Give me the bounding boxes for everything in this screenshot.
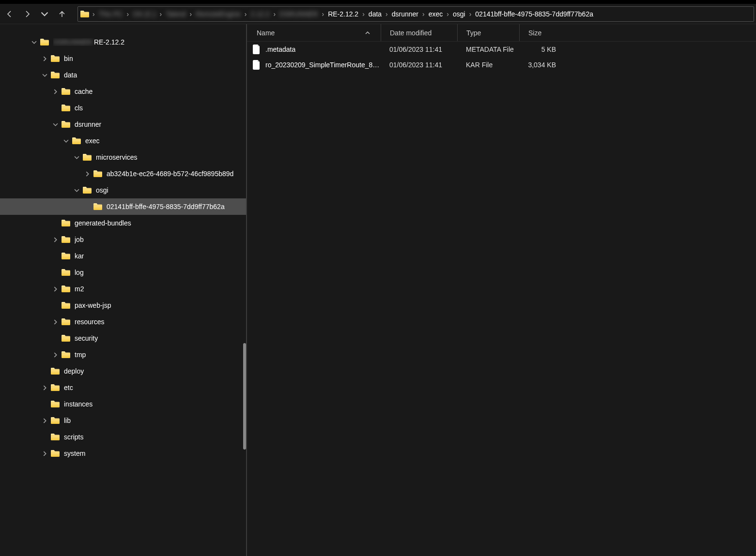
folder-icon xyxy=(61,285,71,293)
chevron-down-icon[interactable] xyxy=(30,38,38,46)
tree-item[interactable]: scripts xyxy=(0,429,246,445)
chevron-right-icon: › xyxy=(420,10,427,18)
folder-icon xyxy=(61,334,71,342)
chevron-right-icon[interactable] xyxy=(51,285,59,293)
breadcrumb-segment[interactable]: Talend xyxy=(164,9,187,19)
tree-item-label: data xyxy=(64,71,77,79)
chevron-right-icon[interactable] xyxy=(41,450,48,457)
chevron-down-icon[interactable] xyxy=(73,186,80,194)
tree-item-label: system xyxy=(64,450,85,457)
tree-item[interactable]: 02141bff-bffe-4975-8835-7dd9ff77b62a xyxy=(0,198,246,215)
chevron-right-icon[interactable] xyxy=(83,170,91,178)
chevron-right-icon[interactable] xyxy=(51,318,59,326)
tree-item[interactable]: kar xyxy=(0,248,246,264)
column-header-size[interactable]: Size xyxy=(519,24,562,41)
tree-item[interactable]: instances xyxy=(0,396,246,412)
chevron-right-icon: › xyxy=(243,10,249,18)
tree-item[interactable]: microservices xyxy=(0,149,246,165)
tree-item[interactable]: job xyxy=(0,231,246,248)
chevron-right-icon[interactable] xyxy=(41,417,48,424)
tree-item[interactable]: cls xyxy=(0,100,246,116)
tree-item-label: deploy xyxy=(64,367,84,375)
chevron-right-icon[interactable] xyxy=(41,384,48,391)
chevron-right-icon[interactable] xyxy=(41,55,48,62)
breadcrumb-segment[interactable]: 02141bff-bffe-4975-8835-7dd9ff77b62a xyxy=(473,9,595,19)
tree-item-label: etc xyxy=(64,384,73,391)
tree-item[interactable]: ab324b1e-ec26-4689-b572-46cf9895b89d xyxy=(0,165,246,182)
chevron-right-icon[interactable] xyxy=(51,351,59,359)
chevron-right-icon: › xyxy=(158,10,164,18)
tree-item[interactable]: bin xyxy=(0,50,246,67)
breadcrumb-segment[interactable]: OS (C:) xyxy=(131,9,157,19)
tree-item-label: pax-web-jsp xyxy=(75,301,111,309)
tree-item-label: tmp xyxy=(75,351,86,359)
chevron-down-icon[interactable] xyxy=(51,120,59,128)
tree-item[interactable]: lib xyxy=(0,412,246,429)
file-row[interactable]: ro_20230209_SimpleTimerRoute_801_OSG...0… xyxy=(247,57,756,73)
column-header-name[interactable]: Name xyxy=(247,24,381,41)
breadcrumb-segment[interactable]: 2.12.2 xyxy=(249,9,272,19)
nav-back-button[interactable] xyxy=(2,6,17,22)
tree-item-label: instances xyxy=(64,400,93,408)
tree-item[interactable]: dsrunner xyxy=(0,116,246,133)
column-header-type[interactable]: Type xyxy=(457,24,519,41)
nav-forward-button[interactable] xyxy=(19,6,35,22)
chevron-right-icon[interactable] xyxy=(51,88,59,95)
tree-item[interactable]: cache xyxy=(0,83,246,100)
file-size: 3,034 KB xyxy=(519,61,562,69)
folder-icon xyxy=(40,38,49,46)
tree-item[interactable]: resources xyxy=(0,314,246,330)
chevron-down-icon[interactable] xyxy=(62,137,70,145)
tree-item[interactable]: osgi xyxy=(0,182,246,198)
tree-item-label: DSRUNNER-RE-2.12.2 xyxy=(53,38,124,46)
folder-icon xyxy=(61,269,71,276)
breadcrumb-segment[interactable]: osgi xyxy=(451,9,467,19)
column-header-modified[interactable]: Date modified xyxy=(381,24,457,41)
chevron-down-icon[interactable] xyxy=(73,153,80,161)
folder-icon xyxy=(50,55,60,62)
tree-item[interactable]: log xyxy=(0,264,246,281)
tree-item-label: job xyxy=(75,236,84,243)
tree-item[interactable]: security xyxy=(0,330,246,346)
tree-item-label: generated-bundles xyxy=(75,219,131,227)
tree-item[interactable]: system xyxy=(0,445,246,462)
tree-item-label: lib xyxy=(64,417,71,424)
toolbar: › This PC›OS (C:)›Talend›RemoteEngine›2.… xyxy=(0,0,756,24)
folder-icon xyxy=(50,384,60,391)
tree-item[interactable]: etc xyxy=(0,379,246,396)
breadcrumb-segment[interactable]: DSRUNNER xyxy=(278,9,320,19)
address-bar[interactable]: › This PC›OS (C:)›Talend›RemoteEngine›2.… xyxy=(77,6,754,22)
tree-item[interactable]: DSRUNNER-RE-2.12.2 xyxy=(0,34,246,50)
breadcrumb-segment[interactable]: RE-2.12.2 xyxy=(326,9,360,19)
tree-item-label: exec xyxy=(85,137,100,145)
tree-item-label: m2 xyxy=(75,285,84,293)
tree-item-label: 02141bff-bffe-4975-8835-7dd9ff77b62a xyxy=(107,203,225,210)
navigation-tree[interactable]: DSRUNNER-RE-2.12.2bindatacacheclsdsrunne… xyxy=(0,24,247,556)
tree-item[interactable]: generated-bundles xyxy=(0,215,246,231)
tree-item[interactable]: m2 xyxy=(0,281,246,297)
tree-item-label: resources xyxy=(75,318,104,326)
file-type: METADATA File xyxy=(457,45,519,53)
breadcrumb-segment[interactable]: data xyxy=(367,9,384,19)
tree-item-label: osgi xyxy=(96,186,108,194)
tree-item-label: microservices xyxy=(96,153,138,161)
breadcrumb-segment[interactable]: dsrunner xyxy=(390,9,420,19)
breadcrumb-segment[interactable]: RemoteEngine xyxy=(194,9,243,19)
column-name-label: Name xyxy=(257,29,275,37)
breadcrumb-segment[interactable]: This PC xyxy=(97,9,125,19)
breadcrumb-segment[interactable]: exec xyxy=(427,9,445,19)
tree-item[interactable]: tmp xyxy=(0,346,246,363)
pane-resize-handle[interactable] xyxy=(243,343,246,450)
tree-item[interactable]: pax-web-jsp xyxy=(0,297,246,314)
tree-item[interactable]: exec xyxy=(0,133,246,149)
nav-history-button[interactable] xyxy=(37,6,52,22)
tree-item[interactable]: deploy xyxy=(0,363,246,379)
chevron-down-icon[interactable] xyxy=(41,71,48,79)
folder-icon xyxy=(80,9,90,19)
chevron-right-icon[interactable] xyxy=(51,236,59,243)
folder-icon xyxy=(61,120,71,128)
folder-icon xyxy=(61,88,71,95)
file-row[interactable]: .metadata01/06/2023 11:41METADATA File5 … xyxy=(247,42,756,57)
nav-up-button[interactable] xyxy=(54,6,70,22)
tree-item[interactable]: data xyxy=(0,67,246,83)
